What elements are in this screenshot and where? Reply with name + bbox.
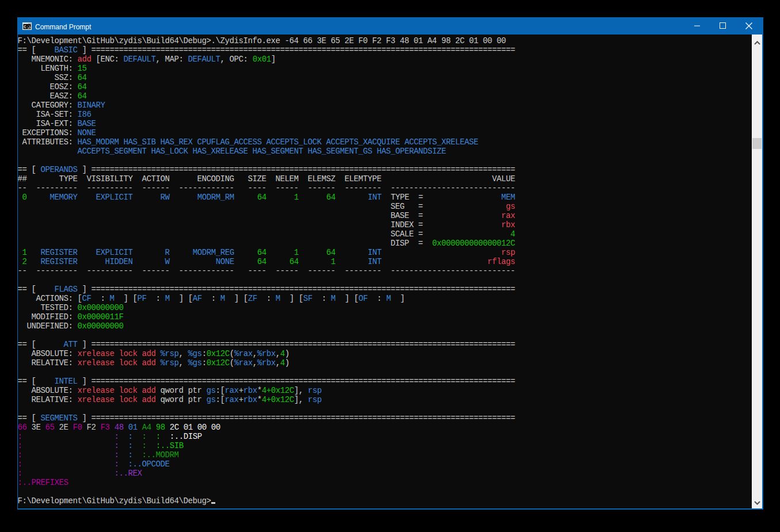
svg-text:C:\: C:\ bbox=[24, 25, 31, 29]
